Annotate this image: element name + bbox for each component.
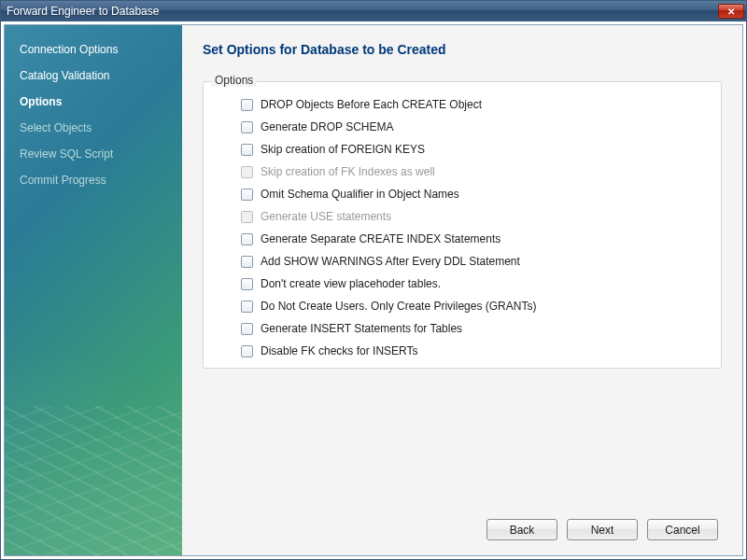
option-show-warnings[interactable]: Add SHOW WARNINGS After Every DDL Statem… bbox=[218, 250, 706, 273]
sidebar-step-options[interactable]: Options bbox=[5, 89, 182, 115]
options-group-label: Options bbox=[211, 74, 257, 87]
dialog-body: Connection Options Catalog Validation Op… bbox=[4, 24, 743, 556]
dialog-window: Forward Engineer to Database ✕ Connectio… bbox=[0, 0, 747, 560]
option-drop-objects[interactable]: DROP Objects Before Each CREATE Object bbox=[218, 93, 706, 116]
checkbox-icon bbox=[241, 211, 253, 223]
option-label: Generate Separate CREATE INDEX Statement… bbox=[261, 232, 500, 245]
option-label: DROP Objects Before Each CREATE Object bbox=[261, 98, 482, 111]
option-label: Generate DROP SCHEMA bbox=[261, 120, 394, 133]
checkbox-icon[interactable] bbox=[241, 345, 253, 357]
option-label: Add SHOW WARNINGS After Every DDL Statem… bbox=[261, 255, 520, 268]
titlebar: Forward Engineer to Database ✕ bbox=[1, 1, 746, 21]
sidebar-step-label: Options bbox=[20, 95, 62, 108]
sidebar-step-catalog-validation[interactable]: Catalog Validation bbox=[5, 63, 182, 89]
checkbox-icon[interactable] bbox=[241, 256, 253, 268]
options-group: Options DROP Objects Before Each CREATE … bbox=[203, 81, 722, 369]
option-disable-fk-checks[interactable]: Disable FK checks for INSERTs bbox=[218, 340, 706, 362]
checkbox-icon[interactable] bbox=[241, 99, 253, 111]
option-skip-fk[interactable]: Skip creation of FOREIGN KEYS bbox=[218, 138, 706, 161]
checkbox-icon bbox=[241, 166, 253, 178]
button-label: Next bbox=[591, 524, 614, 537]
option-label: Skip creation of FOREIGN KEYS bbox=[261, 143, 425, 156]
option-label: Don't create view placehoder tables. bbox=[261, 277, 441, 290]
sidebar-step-select-objects: Select Objects bbox=[5, 115, 182, 141]
sidebar-step-label: Commit Progress bbox=[20, 174, 106, 187]
option-label: Do Not Create Users. Only Create Privile… bbox=[261, 300, 536, 313]
cancel-button[interactable]: Cancel bbox=[647, 519, 718, 540]
next-button[interactable]: Next bbox=[567, 519, 638, 540]
checkbox-icon[interactable] bbox=[241, 121, 253, 133]
sidebar-step-label: Select Objects bbox=[20, 121, 92, 134]
back-button[interactable]: Back bbox=[486, 519, 557, 540]
option-generate-inserts[interactable]: Generate INSERT Statements for Tables bbox=[218, 317, 706, 340]
option-generate-drop-schema[interactable]: Generate DROP SCHEMA bbox=[218, 116, 706, 138]
option-label: Omit Schema Qualifier in Object Names bbox=[261, 188, 459, 201]
checkbox-icon[interactable] bbox=[241, 189, 253, 201]
sidebar-step-label: Connection Options bbox=[20, 43, 118, 56]
option-label: Generate USE statements bbox=[261, 210, 391, 223]
option-omit-schema-qualifier[interactable]: Omit Schema Qualifier in Object Names bbox=[218, 183, 706, 205]
window-title: Forward Engineer to Database bbox=[7, 5, 718, 18]
page-title: Set Options for Database to be Created bbox=[203, 42, 722, 57]
content-panel: Set Options for Database to be Created O… bbox=[182, 25, 742, 555]
checkbox-icon[interactable] bbox=[241, 323, 253, 335]
option-generate-use: Generate USE statements bbox=[218, 205, 706, 228]
option-label: Disable FK checks for INSERTs bbox=[261, 344, 418, 357]
checkbox-icon[interactable] bbox=[241, 233, 253, 245]
option-separate-create-index[interactable]: Generate Separate CREATE INDEX Statement… bbox=[218, 228, 706, 250]
sidebar-step-label: Catalog Validation bbox=[20, 69, 110, 82]
checkbox-icon[interactable] bbox=[241, 301, 253, 313]
sidebar-step-connection-options[interactable]: Connection Options bbox=[5, 36, 182, 63]
option-no-view-placeholder[interactable]: Don't create view placehoder tables. bbox=[218, 273, 706, 295]
checkbox-icon[interactable] bbox=[241, 278, 253, 290]
close-icon: ✕ bbox=[727, 7, 735, 17]
checkbox-icon[interactable] bbox=[241, 144, 253, 156]
button-label: Back bbox=[510, 524, 535, 537]
option-label: Skip creation of FK Indexes as well bbox=[261, 165, 435, 178]
option-no-create-users[interactable]: Do Not Create Users. Only Create Privile… bbox=[218, 295, 706, 317]
option-label: Generate INSERT Statements for Tables bbox=[261, 322, 462, 335]
close-button[interactable]: ✕ bbox=[718, 4, 744, 19]
button-label: Cancel bbox=[665, 524, 699, 537]
option-skip-fk-indexes: Skip creation of FK Indexes as well bbox=[218, 161, 706, 183]
wizard-sidebar: Connection Options Catalog Validation Op… bbox=[5, 25, 182, 555]
button-row: Back Next Cancel bbox=[203, 508, 722, 544]
sidebar-step-review-sql: Review SQL Script bbox=[5, 141, 182, 167]
sidebar-step-commit-progress: Commit Progress bbox=[5, 167, 182, 193]
sidebar-step-label: Review SQL Script bbox=[20, 147, 113, 161]
